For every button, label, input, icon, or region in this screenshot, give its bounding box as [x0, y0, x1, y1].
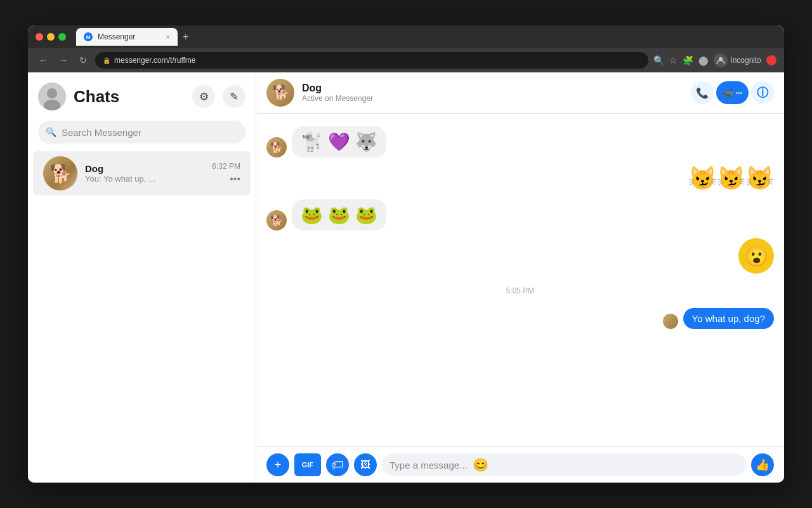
message-input-bar: + GIF 🏷 🖼 Type a message... 😊 👍 [256, 446, 784, 483]
app-container: Chats ⚙ ✎ 🔍 Search Messenger 🐕 [28, 72, 784, 483]
add-button[interactable]: + [266, 453, 289, 476]
tab-title: Messenger [98, 32, 135, 41]
frog-bubble: 🐸 🐸 🐸 [292, 199, 386, 231]
thumbsup-button[interactable]: 👍 [751, 453, 774, 476]
sent-avatar [663, 314, 678, 329]
messages-area[interactable]: 🐕 🐩 💜 🐺 😼😼😼 🐕 🐸 🐸 🐸 [256, 114, 784, 446]
lock-icon: 🔒 [103, 57, 110, 64]
chat-window: 🐕 Dog Active on Messenger 📞 📹 ••• ⓘ [256, 72, 784, 483]
compose-button[interactable]: ✎ [223, 85, 246, 108]
settings-button[interactable]: ⚙ [192, 85, 215, 108]
forward-button[interactable]: → [56, 53, 71, 67]
chat-header: 🐕 Dog Active on Messenger 📞 📹 ••• ⓘ [256, 72, 784, 114]
message-input-field[interactable]: Type a message... 😊 [382, 453, 746, 476]
title-bar: M Messenger × + [28, 25, 784, 48]
address-bar: ← → ↻ 🔒 messenger.com/t/ruffme 🔍 ☆ 🧩 ⬤ I… [28, 48, 784, 72]
video-call-button[interactable]: 📹 ••• [716, 81, 749, 104]
address-actions: 🔍 ☆ 🧩 ⬤ Incognito [653, 53, 776, 67]
chat-list-item[interactable]: 🐕 Dog You: Yo what up, ... 6:32 PM ••• [33, 151, 251, 196]
search-bar[interactable]: 🔍 Search Messenger [38, 121, 246, 144]
video-icon: 📹 [723, 88, 733, 98]
tabs-area: M Messenger × + [76, 28, 776, 46]
extension-icon[interactable]: 🧩 [683, 55, 693, 65]
chat-more-options[interactable]: ••• [230, 173, 240, 185]
search-icon: 🔍 [46, 127, 56, 137]
incognito-avatar [714, 53, 728, 67]
search-container: 🔍 Search Messenger [28, 116, 256, 149]
message-row-sent: 😼😼😼 [266, 165, 774, 192]
info-icon: ⓘ [757, 85, 768, 100]
incognito-button[interactable]: Incognito [714, 53, 761, 67]
chat-name: Dog [85, 163, 204, 174]
url-bar[interactable]: 🔒 messenger.com/t/ruffme [95, 52, 648, 69]
image-button[interactable]: 🖼 [354, 453, 377, 476]
svg-point-2 [47, 88, 57, 98]
message-row-frog: 🐕 🐸 🐸 🐸 [266, 199, 774, 231]
message-bubble: 🐩 💜 🐺 [292, 126, 386, 157]
incognito-label: Incognito [730, 56, 761, 65]
sticker-icon: 🏷 [331, 458, 344, 472]
sidebar: Chats ⚙ ✎ 🔍 Search Messenger 🐕 [28, 72, 256, 483]
close-window-button[interactable] [36, 33, 43, 41]
message-row: 🐕 🐩 💜 🐺 [266, 126, 774, 157]
chat-time: 6:32 PM [212, 162, 240, 171]
traffic-lights [36, 33, 66, 41]
sticker-bubble: 😼😼😼 [688, 165, 774, 192]
video-dots: ••• [735, 90, 742, 97]
gif-button[interactable]: GIF [294, 453, 321, 476]
minimize-window-button[interactable] [47, 33, 55, 41]
tab-close-button[interactable]: × [166, 33, 170, 41]
url-text: messenger.com/t/ruffme [114, 56, 196, 65]
chat-header-info: Dog Active on Messenger [302, 83, 683, 103]
profile-dot-icon[interactable] [766, 55, 776, 65]
message-row-text: Yo what up, dog? [266, 308, 774, 329]
gif-icon: GIF [302, 461, 313, 469]
thumbsup-icon: 👍 [756, 458, 769, 472]
maximize-window-button[interactable] [58, 33, 66, 41]
search-input[interactable]: Search Messenger [62, 127, 141, 138]
bookmark-icon[interactable]: ☆ [669, 55, 678, 65]
back-button[interactable]: ← [36, 53, 51, 67]
search-browser-icon[interactable]: 🔍 [653, 55, 664, 65]
chat-header-avatar: 🐕 [266, 79, 294, 107]
sticker-button[interactable]: 🏷 [326, 453, 349, 476]
info-button[interactable]: ⓘ [751, 81, 774, 104]
chat-preview: You: Yo what up, ... [85, 174, 204, 184]
emoji-sticker: 😮 [738, 238, 774, 274]
timestamp: 5:05 PM [266, 286, 774, 295]
chat-list: 🐕 Dog You: Yo what up, ... 6:32 PM ••• [28, 149, 256, 483]
chat-header-status: Active on Messenger [302, 94, 683, 103]
sent-text-bubble: Yo what up, dog? [683, 308, 774, 329]
sidebar-title: Chats [74, 87, 185, 107]
sidebar-header: Chats ⚙ ✎ [28, 72, 256, 116]
refresh-button[interactable]: ↻ [76, 53, 90, 67]
message-row-sticker: 😮 [266, 238, 774, 274]
msg-avatar: 🐕 [266, 137, 287, 157]
chat-info: Dog You: Yo what up, ... [85, 163, 204, 184]
chat-header-name: Dog [302, 83, 683, 94]
tab-favicon: M [84, 32, 93, 41]
user-avatar[interactable] [38, 83, 66, 110]
phone-icon: 📞 [696, 87, 709, 99]
new-tab-button[interactable]: + [183, 31, 188, 43]
image-icon: 🖼 [360, 459, 370, 471]
chat-meta: 6:32 PM ••• [212, 162, 240, 185]
phone-call-button[interactable]: 📞 [691, 81, 714, 104]
emoji-button[interactable]: 😊 [473, 457, 488, 472]
browser-window: M Messenger × + ← → ↻ 🔒 messenger.com/t/… [28, 25, 784, 483]
chat-header-actions: 📞 📹 ••• ⓘ [691, 81, 774, 104]
gear-icon: ⚙ [199, 90, 209, 104]
profile-circle-icon[interactable]: ⬤ [698, 55, 709, 65]
plus-icon: + [275, 458, 282, 472]
chat-avatar-dog: 🐕 [43, 156, 77, 190]
compose-icon: ✎ [230, 90, 239, 104]
msg-avatar-frog: 🐕 [266, 210, 287, 231]
active-tab[interactable]: M Messenger × [76, 28, 178, 46]
input-placeholder: Type a message... [390, 460, 468, 471]
